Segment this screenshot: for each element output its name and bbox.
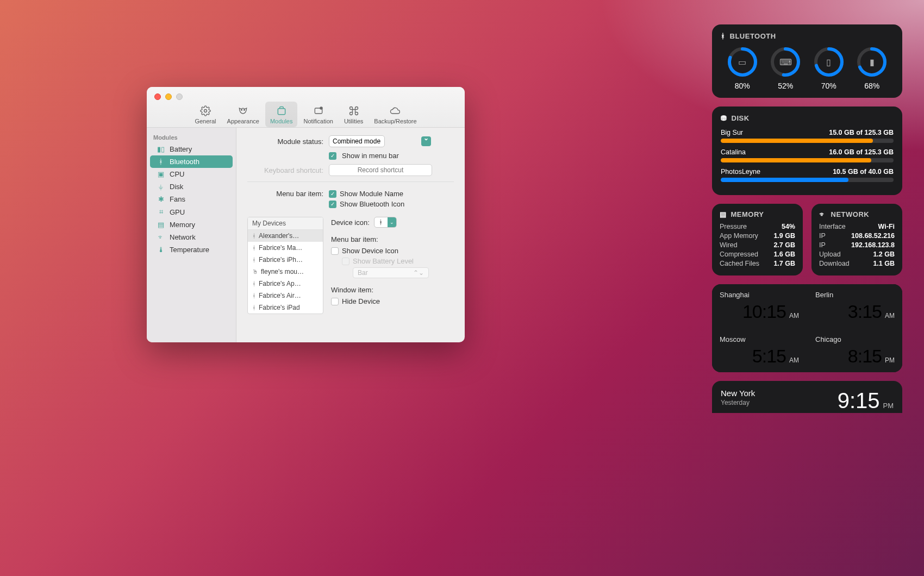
show-battery-level-label: Show Battery Level: [353, 257, 414, 265]
sidebar-item-fans[interactable]: ✱Fans: [150, 193, 233, 205]
widget-title: NETWORK: [831, 210, 870, 218]
device-item[interactable]: ᚼFabrice's iPh…: [248, 254, 323, 266]
sidebar-item-bluetooth[interactable]: ᚼBluetooth: [150, 155, 233, 168]
widgets-column: ᚼ BLUETOOTH ▭ 80% ⌨ 52%: [712, 24, 902, 413]
device-item[interactable]: 🖱fleyne's mou…: [248, 266, 323, 278]
show-device-icon-checkbox[interactable]: [331, 247, 339, 255]
show-menubar-checkbox[interactable]: ✓: [329, 152, 336, 160]
notification-icon: [313, 105, 324, 117]
device-item[interactable]: ᚼAlexander's…: [248, 230, 323, 242]
show-bt-icon-label: Show Bluetooth Icon: [340, 200, 404, 208]
sidebar-item-gpu[interactable]: ⌗GPU: [150, 205, 233, 218]
disk-row: Catalina 16.0 GB of 125.3 GB: [721, 148, 894, 162]
svg-point-0: [204, 110, 207, 112]
show-menubar-label: Show in menu bar: [342, 152, 399, 160]
chevron-down-icon: ⌄: [388, 217, 396, 227]
bluetooth-widget: ᚼ BLUETOOTH ▭ 80% ⌨ 52%: [712, 24, 902, 98]
toolbar-notification[interactable]: Notification: [298, 102, 338, 127]
bt-device: ⌨ 52%: [770, 47, 801, 90]
sidebar-item-temperature[interactable]: 🌡Temperature: [150, 243, 233, 256]
disk-icon: ⛃: [721, 114, 727, 122]
bt-percent: 68%: [864, 82, 879, 90]
hide-device-checkbox[interactable]: [331, 298, 339, 305]
show-module-name-checkbox[interactable]: ✓: [329, 190, 336, 198]
toolbar-utilities[interactable]: Utilities: [339, 102, 368, 127]
fan-icon: ✱: [157, 195, 165, 203]
memory-widget: ▤MEMORY Pressure54%App Memory1.9 GBWired…: [712, 204, 803, 276]
disk-name: Catalina: [721, 148, 746, 156]
sidebar-item-label: Battery: [170, 145, 192, 153]
sidebar: Modules ▮▯Battery ᚼBluetooth ▣CPU ⏚Disk …: [147, 128, 236, 342]
close-button[interactable]: [154, 93, 161, 100]
show-battery-level-checkbox: [342, 258, 349, 265]
toolbar-modules[interactable]: Modules: [265, 102, 298, 127]
shortcut-input[interactable]: [329, 164, 432, 176]
toolbar-label: Modules: [270, 118, 293, 124]
sidebar-item-memory[interactable]: ▤Memory: [150, 218, 233, 231]
sidebar-header: Modules: [147, 132, 236, 143]
weather-city: New York: [721, 389, 755, 398]
bluetooth-small-icon: ᚼ: [252, 304, 256, 311]
phone-icon: ▯: [814, 47, 844, 77]
kv-row: Pressure54%: [720, 223, 795, 230]
sidebar-item-battery[interactable]: ▮▯Battery: [150, 143, 233, 155]
minimize-button[interactable]: [165, 93, 172, 100]
shortcut-label: Keyboard shortcut:: [247, 166, 323, 174]
device-icon-label: Device icon:: [331, 218, 370, 227]
svg-rect-3: [278, 109, 285, 115]
svg-point-5: [320, 107, 322, 109]
device-item[interactable]: ᚼFabrice's Air…: [248, 290, 323, 302]
device-icon-select[interactable]: ᚼ ⌄: [374, 217, 397, 228]
bluetooth-small-icon: ᚼ: [374, 218, 388, 226]
device-item[interactable]: ᚼFabrice's Ap…: [248, 278, 323, 290]
cpu-icon: ▣: [157, 170, 165, 178]
disk-widget: ⛃ DISK Big Sur 15.0 GB of 125.3 GB Catal…: [712, 107, 902, 195]
disk-used: 10.5 GB of 40.0 GB: [833, 168, 894, 176]
bluetooth-small-icon: ᚼ: [252, 233, 256, 239]
bluetooth-small-icon: ᚼ: [252, 280, 256, 287]
weather-pm: PM: [883, 402, 894, 410]
sidebar-item-network[interactable]: ᯤNetwork: [150, 231, 233, 243]
clock-city: Moscow: [720, 335, 799, 343]
sidebar-item-label: Memory: [170, 221, 195, 229]
kv-row: Download1.1 GB: [819, 260, 895, 267]
shortcut-row: Keyboard shortcut:: [247, 164, 454, 176]
sidebar-item-disk[interactable]: ⏚Disk: [150, 180, 233, 193]
clock-cell: Shanghai 10:15AM: [712, 284, 807, 328]
disk-row: Big Sur 15.0 GB of 125.3 GB: [721, 129, 894, 143]
bluetooth-icon: ᚼ: [157, 158, 165, 166]
toolbar-label: Appearance: [227, 118, 259, 124]
device-item[interactable]: ᚼFabrice's iPad: [248, 302, 323, 314]
toolbar-appearance[interactable]: Appearance: [222, 102, 264, 127]
toolbar-label: Backup/Restore: [374, 118, 416, 124]
toolbar: General Appearance Modules Notification: [147, 87, 465, 127]
device-item[interactable]: ᚼFabrice's Ma…: [248, 242, 323, 254]
toolbar-label: Notification: [303, 118, 333, 124]
separator: [247, 181, 454, 182]
bluetooth-small-icon: ᚼ: [252, 245, 256, 251]
device-list-header: My Devices: [248, 217, 323, 230]
prefs-body: Modules ▮▯Battery ᚼBluetooth ▣CPU ⏚Disk …: [147, 128, 465, 342]
sidebar-item-label: Temperature: [170, 246, 209, 254]
module-status-select[interactable]: Combined mode: [329, 135, 432, 147]
svg-point-2: [244, 110, 245, 111]
toolbar-label: General: [195, 118, 216, 124]
weather-temp: 9:15: [838, 389, 880, 413]
toolbar-backup[interactable]: Backup/Restore: [369, 102, 421, 127]
clock-time: 5:15: [752, 346, 786, 367]
zoom-button[interactable]: [176, 93, 183, 100]
mask-icon: [237, 105, 249, 117]
clock-time: 8:15: [848, 346, 882, 367]
memory-icon: ▤: [157, 221, 165, 229]
widget-title: DISK: [732, 114, 750, 122]
sidebar-item-label: Fans: [170, 195, 185, 203]
clock-time: 3:15: [848, 301, 882, 322]
show-bt-icon-checkbox[interactable]: ✓: [329, 201, 336, 208]
toolbar-general[interactable]: General: [190, 102, 221, 127]
menubar-item-row: Menu bar item: ✓Show Module Name ✓Show B…: [247, 190, 454, 210]
box-icon: [276, 105, 288, 117]
bt-device: ▯ 70%: [814, 47, 844, 90]
widget-title: BLUETOOTH: [730, 32, 776, 40]
widget-title: MEMORY: [731, 210, 764, 218]
sidebar-item-cpu[interactable]: ▣CPU: [150, 168, 233, 180]
